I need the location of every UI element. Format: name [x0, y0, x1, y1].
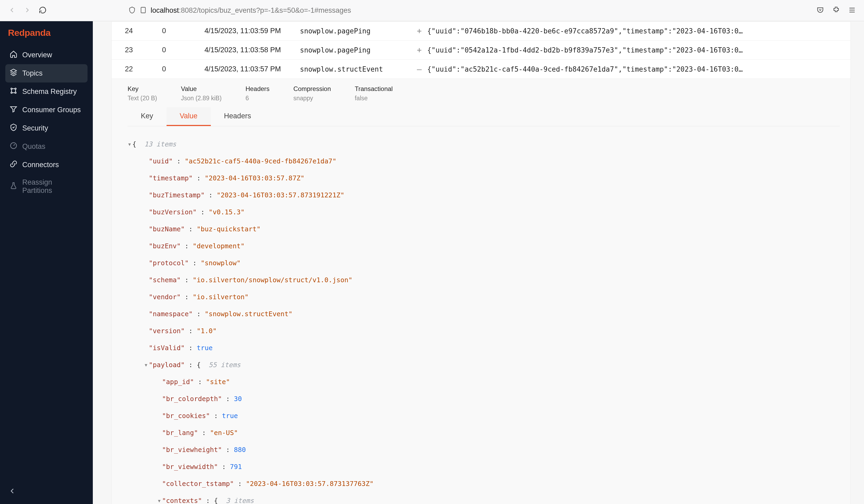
link-icon: [10, 160, 17, 170]
sidebar-item-connectors[interactable]: Connectors: [5, 156, 87, 174]
collapse-sidebar-button[interactable]: [8, 487, 16, 496]
cell-partition: 0: [162, 27, 204, 35]
sidebar-item-topics[interactable]: Topics: [5, 64, 87, 83]
tab-value[interactable]: Value: [167, 107, 211, 126]
meta-headers: Headers 6: [245, 85, 270, 102]
cell-partition: 0: [162, 65, 204, 73]
browser-toolbar: localhost:8082/topics/buz_events?p=-1&s=…: [0, 0, 864, 21]
cell-value-preview: {"uuid":"0746b18b-bb0a-4220-be6c-e97cca8…: [427, 27, 840, 35]
tab-key[interactable]: Key: [128, 107, 167, 126]
back-icon[interactable]: [8, 6, 16, 15]
json-viewer[interactable]: ▾{ 13 items "uuid" : "ac52b21c-caf5-440a…: [128, 126, 840, 504]
svg-point-1: [11, 88, 12, 89]
table-row[interactable]: 23 0 4/15/2023, 11:03:58 PM snowplow.pag…: [112, 40, 851, 60]
cell-timestamp: 4/15/2023, 11:03:57 PM: [204, 65, 300, 73]
sidebar-item-label: Topics: [22, 69, 43, 77]
cell-value-preview: {"uuid":"0542a12a-1fbd-4dd2-bd2b-b9f839a…: [427, 46, 840, 54]
detail-tabs: Key Value Headers: [128, 107, 840, 126]
cell-offset: 24: [125, 27, 162, 35]
sidebar-item-label: Connectors: [22, 161, 59, 169]
meta-value: Value Json (2.89 kiB): [181, 85, 221, 102]
menu-icon[interactable]: [848, 6, 856, 15]
shield-check-icon: [10, 123, 17, 133]
table-row[interactable]: 24 0 4/15/2023, 11:03:59 PM snowplow.pag…: [112, 22, 851, 40]
layers-icon: [10, 69, 17, 78]
sidebar-item-label: Consumer Groups: [22, 106, 81, 114]
sidebar-item-label: Security: [22, 124, 48, 132]
cell-offset: 22: [125, 65, 162, 73]
url-text: localhost:8082/topics/buz_events?p=-1&s=…: [151, 7, 351, 15]
meta-compression: Compression snappy: [293, 85, 331, 102]
grid-icon: [10, 87, 17, 97]
tab-headers[interactable]: Headers: [211, 107, 264, 126]
sidebar-item-consumer-groups[interactable]: Consumer Groups: [5, 101, 87, 119]
sidebar-item-label: Overview: [22, 51, 52, 59]
svg-point-2: [15, 88, 16, 89]
sidebar-item-label: Reassign Partitions: [22, 178, 83, 195]
sidebar-item-quotas[interactable]: Quotas: [5, 137, 87, 156]
sidebar-item-schema-registry[interactable]: Schema Registry: [5, 83, 87, 101]
cell-timestamp: 4/15/2023, 11:03:59 PM: [204, 27, 300, 35]
forward-icon[interactable]: [23, 6, 31, 15]
gauge-icon: [10, 142, 17, 152]
address-bar[interactable]: localhost:8082/topics/buz_events?p=-1&s=…: [123, 3, 801, 18]
cell-key: snowplow.pagePing: [300, 27, 411, 35]
page-icon: [140, 7, 147, 15]
sidebar-item-overview[interactable]: Overview: [5, 46, 87, 64]
home-icon: [10, 50, 17, 60]
sidebar-item-reassign-partitions[interactable]: Reassign Partitions: [5, 174, 87, 199]
sidebar-item-label: Quotas: [22, 142, 45, 151]
svg-point-3: [11, 92, 12, 93]
main-content: 24 0 4/15/2023, 11:03:59 PM snowplow.pag…: [93, 21, 864, 504]
pocket-icon[interactable]: [816, 6, 824, 15]
cell-key: snowplow.pagePing: [300, 46, 411, 54]
svg-point-4: [15, 92, 16, 93]
expand-toggle-icon[interactable]: +: [411, 45, 427, 55]
nav-arrow-group: [8, 6, 47, 15]
shield-icon[interactable]: [128, 7, 136, 15]
sidebar: Redpanda Overview Topics Schema Registry…: [0, 21, 93, 504]
sidebar-item-label: Schema Registry: [22, 87, 77, 96]
meta-key: Key Text (20 B): [128, 85, 157, 102]
messages-card: 24 0 4/15/2023, 11:03:59 PM snowplow.pag…: [111, 21, 851, 504]
expand-toggle-icon[interactable]: +: [411, 26, 427, 36]
cell-partition: 0: [162, 46, 204, 54]
filter-icon: [10, 105, 17, 115]
cell-offset: 23: [125, 46, 162, 54]
browser-right-icons: [816, 6, 856, 15]
sidebar-item-security[interactable]: Security: [5, 119, 87, 137]
table-row[interactable]: 22 0 4/15/2023, 11:03:57 PM snowplow.str…: [112, 60, 851, 79]
extensions-icon[interactable]: [832, 6, 840, 15]
meta-transactional: Transactional false: [355, 85, 393, 102]
flask-icon: [10, 182, 17, 192]
cell-timestamp: 4/15/2023, 11:03:58 PM: [204, 46, 300, 54]
cell-key: snowplow.structEvent: [300, 65, 411, 73]
reload-icon[interactable]: [39, 6, 47, 15]
brand-logo: Redpanda: [0, 27, 93, 46]
svg-rect-0: [141, 8, 145, 13]
message-detail-panel: Key Text (20 B) Value Json (2.89 kiB) He…: [112, 79, 851, 504]
cell-value-preview: {"uuid":"ac52b21c-caf5-440a-9ced-fb84267…: [427, 65, 840, 73]
collapse-toggle-icon[interactable]: –: [411, 64, 427, 74]
